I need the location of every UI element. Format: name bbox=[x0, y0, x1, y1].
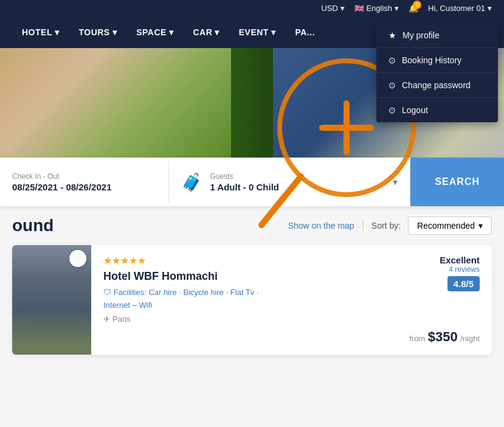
menu-item-change-password[interactable]: ⊙ Change password bbox=[376, 73, 498, 98]
price-per-night: /night bbox=[460, 334, 480, 343]
hotel-facilities: 🛡 Facilities: Car hire · Bicycle hire · … bbox=[103, 288, 382, 297]
password-icon: ⊙ bbox=[388, 80, 396, 90]
menu-item-profile[interactable]: ★ My profile bbox=[376, 23, 498, 48]
guests-dropdown-arrow: ▾ bbox=[393, 176, 398, 188]
user-dropdown-menu: ★ My profile ⊙ Booking History ⊙ Change … bbox=[376, 23, 498, 122]
nav-car[interactable]: CAR ▾ bbox=[183, 16, 229, 48]
facility-car-hire: Car hire · bbox=[148, 288, 183, 297]
hotel-info: ★★★★★ Hotel WBF Hommachi 🛡 Facilities: C… bbox=[91, 245, 395, 355]
facility-wifi: Internet – Wifi bbox=[103, 300, 152, 310]
language-selector[interactable]: 🇬🇧 English ▾ bbox=[354, 4, 399, 13]
results-area: ound Show on the map | Sort by: Recommen… bbox=[0, 206, 504, 374]
search-bar: Check In - Out 08/25/2021 - 08/26/2021 🧳… bbox=[0, 158, 504, 206]
currency-label: USD bbox=[321, 4, 337, 13]
hotel-location: ✈ Paris bbox=[103, 314, 382, 324]
password-label: Change password bbox=[402, 80, 471, 90]
facility-bicycle-hire: Bicycle hire · bbox=[184, 288, 230, 297]
chevron-down-icon: ▾ bbox=[55, 27, 60, 37]
hotel-card: ♡ ★★★★★ Hotel WBF Hommachi 🛡 Facilities:… bbox=[12, 245, 492, 355]
checkin-field[interactable]: Check In - Out 08/25/2021 - 08/26/2021 bbox=[0, 161, 169, 203]
nav-event[interactable]: EVENT ▾ bbox=[229, 16, 286, 48]
checkin-value: 08/25/2021 - 08/26/2021 bbox=[12, 182, 156, 192]
hotel-wifi: Internet – Wifi bbox=[103, 300, 382, 310]
sort-arrow: ▾ bbox=[478, 221, 483, 231]
language-label: 🇬🇧 English bbox=[354, 4, 392, 13]
price-amount: $350 bbox=[428, 329, 458, 344]
user-menu-trigger[interactable]: Hi, Customer 01 ▾ bbox=[428, 4, 492, 13]
user-arrow: ▾ bbox=[488, 4, 492, 13]
checkin-label: Check In - Out bbox=[12, 172, 156, 181]
location-icon: ✈ bbox=[103, 314, 110, 324]
notification-bell[interactable]: 🔔 0 bbox=[409, 4, 418, 13]
rating-reviews[interactable]: 4 reviews bbox=[440, 265, 480, 274]
wishlist-button[interactable]: ♡ bbox=[69, 250, 86, 267]
chevron-down-icon: ▾ bbox=[112, 27, 117, 37]
nav-hotel[interactable]: HOTEL ▾ bbox=[12, 16, 69, 48]
sort-label: Sort by: bbox=[371, 221, 401, 231]
results-header: ound Show on the map | Sort by: Recommen… bbox=[12, 216, 492, 235]
rating-text: Excellent bbox=[440, 255, 480, 265]
hotel-name[interactable]: Hotel WBF Hommachi bbox=[103, 270, 382, 283]
hotel-price: from $350 /night bbox=[409, 329, 480, 345]
top-bar: USD ▾ 🇬🇧 English ▾ 🔔 0 Hi, Customer 01 ▾ bbox=[0, 0, 504, 16]
notification-badge: 0 bbox=[413, 1, 421, 9]
guests-label: Guests bbox=[210, 172, 279, 181]
shield-icon: 🛡 bbox=[103, 288, 111, 297]
profile-icon: ★ bbox=[388, 30, 396, 40]
location-name: Paris bbox=[112, 314, 131, 324]
nav-space[interactable]: SPACE ▾ bbox=[126, 16, 183, 48]
rating-badge: 4.8/5 bbox=[447, 276, 480, 291]
search-button[interactable]: SEARCH bbox=[410, 158, 504, 206]
pipe-divider: | bbox=[362, 220, 364, 231]
profile-label: My profile bbox=[402, 30, 440, 40]
menu-item-logout[interactable]: ⊙ Logout bbox=[376, 98, 498, 122]
facility-flat-tv: Flat Tv · bbox=[230, 288, 259, 297]
guest-icon: 🧳 bbox=[181, 172, 202, 192]
language-arrow: ▾ bbox=[395, 4, 399, 13]
guests-field[interactable]: 🧳 Guests 1 Adult - 0 Child ▾ bbox=[169, 161, 410, 203]
hotel-stars: ★★★★★ bbox=[103, 255, 382, 266]
sort-dropdown[interactable]: Recommended ▾ bbox=[408, 217, 492, 235]
hero-bed-image bbox=[0, 48, 231, 158]
booking-label: Booking History bbox=[402, 55, 461, 65]
price-from-label: from bbox=[409, 334, 425, 343]
hotel-rating: Excellent 4 reviews 4.8/5 from $350 /nig… bbox=[395, 245, 492, 355]
chevron-down-icon: ▾ bbox=[169, 27, 174, 37]
rating-top: Excellent 4 reviews 4.8/5 bbox=[440, 255, 480, 291]
menu-item-booking-history[interactable]: ⊙ Booking History bbox=[376, 48, 498, 73]
nav-tours[interactable]: TOURS ▾ bbox=[69, 16, 126, 48]
show-map-link[interactable]: Show on the map bbox=[288, 221, 354, 231]
facilities-label: Facilities: bbox=[114, 288, 147, 297]
user-greeting: Hi, Customer 01 bbox=[428, 4, 485, 13]
currency-selector[interactable]: USD ▾ bbox=[321, 4, 344, 13]
nav-pa[interactable]: PA... bbox=[285, 16, 325, 48]
logout-label: Logout bbox=[402, 105, 428, 115]
hotel-image: ♡ bbox=[12, 245, 91, 355]
logout-icon: ⊙ bbox=[388, 105, 396, 115]
results-title: ound bbox=[12, 216, 54, 235]
chevron-down-icon: ▾ bbox=[271, 27, 276, 37]
guests-value: 1 Adult - 0 Child bbox=[210, 182, 279, 192]
sort-value: Recommended bbox=[417, 221, 475, 231]
chevron-down-icon: ▾ bbox=[215, 27, 219, 37]
booking-icon: ⊙ bbox=[388, 55, 396, 65]
currency-arrow: ▾ bbox=[340, 4, 345, 13]
